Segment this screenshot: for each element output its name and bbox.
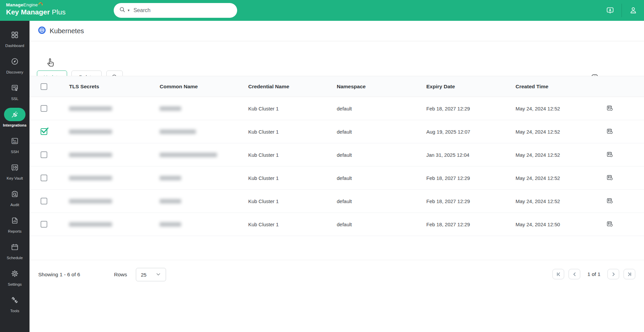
- namespace-cell: default: [337, 152, 426, 158]
- row-checkbox[interactable]: [41, 221, 47, 228]
- sidebar-item-settings[interactable]: Settings: [0, 264, 30, 290]
- first-page-button[interactable]: [552, 269, 564, 279]
- expiry-date-cell: Feb 18, 2027 12:29: [426, 175, 516, 181]
- credential-name-cell: Kub Cluster 1: [248, 152, 337, 158]
- sidebar-item-ssl[interactable]: SSL: [0, 78, 30, 104]
- vault-icon: [10, 162, 20, 173]
- table-row[interactable]: Kub Cluster 1 default Feb 18, 2027 12:29…: [30, 213, 644, 236]
- global-search[interactable]: ▼: [114, 3, 237, 18]
- sidebar-item-dashboard[interactable]: Dashboard: [0, 25, 30, 51]
- table-row[interactable]: Kub Cluster 1 default Feb 18, 2027 12:29…: [30, 190, 644, 213]
- sidebar-item-reports[interactable]: Reports: [0, 210, 30, 237]
- page-indicator: 1 of 1: [587, 271, 600, 277]
- table-row[interactable]: Kub Cluster 1 default Aug 19, 2025 12:07…: [30, 120, 644, 143]
- common-name-cell-redacted: [160, 130, 248, 134]
- app-header: ManageEngine Key Manager Plus ▼: [0, 0, 644, 21]
- common-name-cell-redacted: [160, 222, 248, 227]
- sidebar-item-discovery[interactable]: Discovery: [0, 51, 30, 78]
- certificate-renew-icon[interactable]: [606, 197, 614, 205]
- row-checkbox[interactable]: [41, 128, 47, 135]
- chevron-down-icon: [156, 272, 161, 278]
- tls-secret-cell-redacted: [69, 130, 160, 134]
- certificate-renew-icon[interactable]: [606, 220, 614, 229]
- sidebar-item-label: Key Vault: [7, 176, 23, 180]
- search-input[interactable]: [133, 7, 217, 13]
- pagination: 1 of 1: [552, 269, 635, 279]
- sidebar-item-tools[interactable]: Tools: [0, 290, 30, 317]
- column-header[interactable]: TLS Secrets: [69, 84, 160, 90]
- created-time-cell: May 24, 2024 12:52: [516, 175, 606, 181]
- sidebar-item-ssh[interactable]: SSH SSH: [0, 131, 30, 157]
- row-checkbox[interactable]: [41, 198, 47, 204]
- sidebar-item-label: SSH: [11, 150, 19, 154]
- expiry-date-cell: Jan 31, 2025 12:04: [426, 152, 516, 158]
- search-icon[interactable]: [119, 6, 126, 14]
- rows-per-page-select[interactable]: 25: [136, 268, 166, 281]
- kubernetes-icon: [38, 26, 46, 36]
- showing-count-label: Showing 1 - 6 of 6: [38, 272, 80, 278]
- namespace-cell: default: [337, 222, 426, 227]
- grid-icon: [10, 30, 20, 40]
- row-checkbox[interactable]: [41, 151, 47, 158]
- table-row[interactable]: Kub Cluster 1 default Feb 18, 2027 12:29…: [30, 97, 644, 120]
- sidebar-item-label: Schedule: [7, 256, 23, 260]
- svg-text:SSH: SSH: [13, 141, 17, 143]
- column-header[interactable]: Namespace: [337, 84, 426, 90]
- certificate-renew-icon[interactable]: [606, 127, 614, 136]
- profile-icon[interactable]: [627, 4, 639, 16]
- page-title: Kubernetes: [50, 27, 84, 35]
- report-file-icon: [10, 216, 20, 226]
- certificate-renew-icon[interactable]: [606, 104, 614, 113]
- certificate-icon: [10, 83, 20, 93]
- prev-page-button[interactable]: [569, 269, 580, 279]
- namespace-cell: default: [337, 198, 426, 204]
- plug-icon: [10, 109, 20, 120]
- brand-logo: ManageEngine Key Manager Plus: [6, 2, 65, 16]
- last-page-button[interactable]: [624, 269, 635, 279]
- table-row[interactable]: Kub Cluster 1 default Jan 31, 2025 12:04…: [30, 143, 644, 167]
- sidebar-item-label: Dashboard: [5, 44, 24, 48]
- sidebar-item-keyvault[interactable]: Key Vault: [0, 157, 30, 184]
- brand-keymanagerplus: Key Manager Plus: [6, 8, 65, 16]
- table-footer: Showing 1 - 6 of 6 Rows 25 1 of 1: [30, 260, 644, 289]
- next-page-button[interactable]: [607, 269, 619, 279]
- sidebar-item-integrations[interactable]: Intergrations: [0, 104, 30, 131]
- sidebar-item-schedule[interactable]: Schedule: [0, 237, 30, 264]
- created-time-cell: May 24, 2024 12:52: [516, 152, 606, 158]
- namespace-cell: default: [337, 129, 426, 135]
- row-checkbox[interactable]: [41, 105, 47, 112]
- column-header[interactable]: Expiry Date: [426, 84, 516, 90]
- tls-secret-cell-redacted: [69, 199, 160, 203]
- rows-label: Rows: [114, 272, 127, 278]
- created-time-cell: May 24, 2024 12:52: [516, 106, 606, 111]
- credential-name-cell: Kub Cluster 1: [248, 106, 337, 111]
- select-all-checkbox[interactable]: [41, 83, 47, 90]
- sidebar-item-label: Tools: [10, 309, 19, 313]
- column-header[interactable]: Credential Name: [248, 84, 337, 90]
- table-header-row: TLS Secrets Common Name Credential Name …: [30, 76, 644, 97]
- namespace-cell: default: [337, 175, 426, 181]
- common-name-cell-redacted: [160, 176, 248, 180]
- sidebar-item-audit[interactable]: Audit: [0, 184, 30, 210]
- tls-secret-cell-redacted: [69, 106, 160, 111]
- search-scope-caret-icon[interactable]: ▼: [127, 9, 130, 12]
- expiry-date-cell: Feb 18, 2027 12:29: [426, 222, 516, 227]
- page-titlebar: Kubernetes: [30, 21, 644, 41]
- table-row[interactable]: Kub Cluster 1 default Feb 18, 2027 12:29…: [30, 167, 644, 190]
- row-checkbox[interactable]: [41, 175, 47, 181]
- sidebar-item-label: Reports: [8, 229, 21, 233]
- toolbar: Update Delete Fetch TLS Secrets Manage D…: [30, 41, 644, 77]
- brand-manageengine: ManageEngine: [6, 2, 65, 8]
- certificate-renew-icon[interactable]: [606, 174, 614, 182]
- sidebar-nav: Dashboard Discovery SSL Intergrations SS…: [0, 21, 30, 332]
- certificate-renew-icon[interactable]: [606, 150, 614, 159]
- sidebar-item-label: Settings: [8, 282, 22, 286]
- common-name-cell-redacted: [160, 106, 248, 111]
- column-header[interactable]: Created Time: [516, 84, 606, 90]
- sidebar-item-label: Discovery: [6, 70, 23, 74]
- feedback-icon[interactable]: [604, 4, 616, 16]
- created-time-cell: May 24, 2024 12:50: [516, 222, 606, 227]
- namespace-cell: default: [337, 106, 426, 111]
- column-header[interactable]: Common Name: [160, 84, 248, 90]
- common-name-cell-redacted: [160, 153, 248, 157]
